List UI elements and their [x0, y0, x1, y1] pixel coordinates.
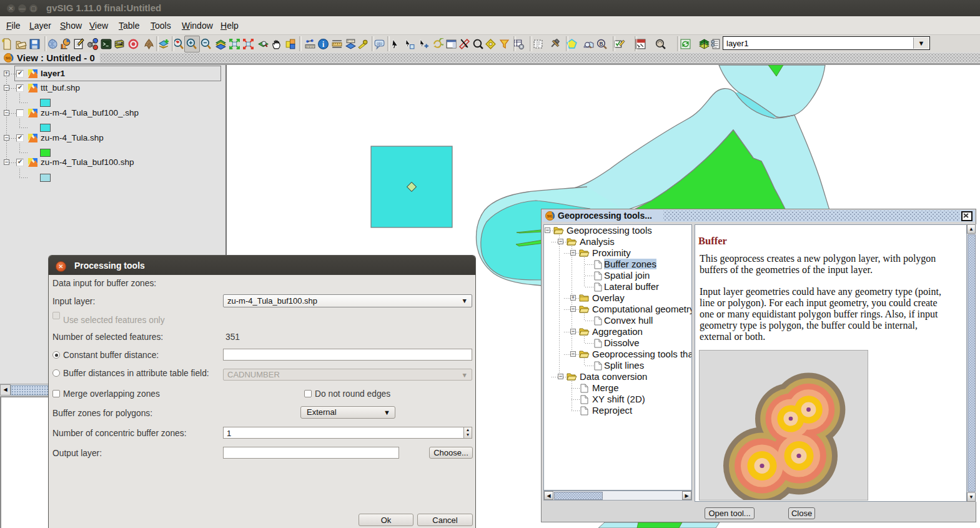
- svg-text:B: B: [599, 41, 603, 47]
- svg-text:SIG: SIG: [547, 214, 553, 218]
- svg-text:SIG: SIG: [6, 56, 11, 60]
- svg-text:ojo: ojo: [377, 41, 382, 46]
